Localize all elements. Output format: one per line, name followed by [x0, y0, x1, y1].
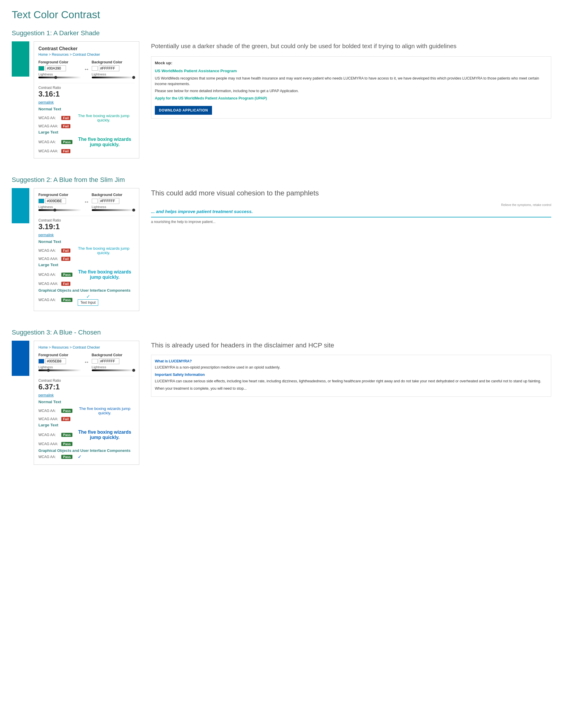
suggestion-3-section: Suggestion 3: A Blue - Chosen Home > Res…: [12, 329, 551, 465]
s3-checkmark: ✓: [78, 454, 82, 460]
s3-normal-aaa-row: WCAG AAA: Fail: [38, 417, 135, 421]
s2-normal-aaa-badge: Fail: [61, 257, 70, 261]
ratio-value: 3.16:1: [38, 90, 135, 98]
disclaimer-body1: LUCEMYRA is a non-opioid prescription me…: [155, 365, 547, 370]
s2-fg-input-row: [38, 198, 81, 204]
bg-slider[interactable]: [92, 77, 135, 78]
s2-ratio-section: Contrast Ratio 3.19:1: [38, 216, 135, 231]
s2-ratio-value: 3.19:1: [38, 222, 135, 231]
s2-bg-swatch: [92, 199, 98, 203]
s3-large-aa-lbl: WCAG AA:: [38, 433, 59, 437]
s2-swap-arrow[interactable]: ↔: [84, 193, 89, 205]
foreground-block: Foreground Color Lightness: [38, 60, 81, 80]
s2-normal-aa-lbl: WCAG AA:: [38, 249, 59, 253]
s3-permalink[interactable]: permalink: [38, 393, 135, 397]
fg-swatch: [38, 66, 44, 71]
s3-large-heading: Large Text: [38, 423, 135, 427]
s3-bg-swatch: [92, 359, 98, 364]
breadcrumb-resources[interactable]: Resources: [52, 53, 69, 57]
s3-bg-lightness: Lightness: [92, 365, 135, 369]
large-sample: The five boxing wizards jump quickly.: [75, 136, 135, 148]
s3-ratio-label: Contrast Ratio: [38, 379, 135, 383]
s3-large-aa-row: WCAG AA: Pass The five boxing wizards ju…: [38, 428, 135, 441]
suggestion-3-title: Suggestion 3: A Blue - Chosen: [12, 329, 551, 336]
ratio-label: Contrast Ratio: [38, 86, 135, 90]
s2-fg-lightness: Lightness: [38, 205, 81, 209]
s3-colors-row: Foreground Color Lightness ↔ Background …: [38, 353, 135, 373]
s2-normal-sample: The five boxing wizards jump quickly.: [73, 245, 135, 256]
background-block: Background Color Lightness: [92, 60, 135, 80]
s2-large-aa-badge: Pass: [61, 273, 72, 277]
s3-normal-aa-row: WCAG AA: Pass The five boxing wizards ju…: [38, 405, 135, 416]
fg-slider[interactable]: [38, 77, 81, 78]
large-aaa-badge: Fail: [61, 149, 70, 153]
fg-slider-thumb: [54, 76, 57, 79]
s2-normal-aa-badge: Fail: [61, 249, 70, 253]
s2-large-aaa-lbl: WCAG AAA:: [38, 282, 59, 286]
s2-graphical-demo: ✓ Text Input: [78, 294, 98, 306]
normal-text-heading: Normal Text: [38, 107, 135, 111]
s2-bg-thumb: [132, 209, 135, 212]
s2-checkmark: ✓: [86, 294, 90, 299]
suggestion-1-left: Contrast Checker Home > Resources > Cont…: [12, 41, 139, 158]
s3-breadcrumb-home[interactable]: Home: [38, 345, 48, 349]
suggestion-2-right: This could add more visual cohesion to t…: [151, 188, 551, 224]
s3-large-aaa-lbl: WCAG AAA:: [38, 442, 59, 446]
s2-large-aa-lbl: WCAG AA:: [38, 273, 59, 277]
bg-input[interactable]: [99, 65, 119, 71]
s2-fg-input[interactable]: [45, 198, 66, 204]
suggestion-3-disclaimer: What is LUCEMYRA? LUCEMYRA is a non-opio…: [151, 355, 551, 397]
s2-fg-slider[interactable]: [38, 209, 81, 211]
bg-slider-thumb: [132, 76, 135, 79]
s2-bg-block: Background Color Lightness: [92, 193, 135, 213]
s2-fg-swatch: [38, 199, 44, 203]
s3-bg-input[interactable]: [99, 358, 119, 364]
s3-large-aaa-row: WCAG AAA: Pass: [38, 442, 135, 446]
normal-wcag-aaa-row: WCAG AAA: Fail: [38, 124, 135, 128]
s2-graphical-aa-badge: Pass: [61, 298, 72, 302]
s2-bg-input[interactable]: [99, 198, 119, 204]
s3-normal-heading: Normal Text: [38, 400, 135, 404]
s3-breadcrumb: Home > Resources > Contrast Checker: [38, 345, 135, 349]
s3-normal-aaa-lbl: WCAG AAA:: [38, 417, 59, 421]
disclaimer-heading2: Important Safety Information: [155, 372, 547, 378]
mockup-link[interactable]: Apply for the US WorldMeds Patient Assis…: [155, 96, 547, 101]
s2-graphical-aa-row: WCAG AA: Pass ✓ Text Input: [38, 294, 135, 306]
s3-fg-swatch: [38, 359, 44, 364]
s2-fg-label: Foreground Color: [38, 193, 81, 197]
suggestion-2-title: Suggestion 2: A Blue from the Slim Jim: [12, 176, 551, 184]
permalink-link[interactable]: permalink: [38, 100, 135, 104]
normal-wcag-aa-row: WCAG AA: Fail The five boxing wizards ju…: [38, 112, 135, 124]
s2-permalink[interactable]: permalink: [38, 233, 135, 237]
fg-label: Foreground Color: [38, 60, 81, 64]
s3-fg-block: Foreground Color Lightness: [38, 353, 81, 373]
s2-text-input[interactable]: Text Input: [78, 299, 98, 306]
breadcrumb-home[interactable]: Home: [38, 53, 48, 57]
normal-aa-label: WCAG AA:: [38, 116, 59, 120]
s3-fg-lightness: Lightness: [38, 365, 81, 369]
suggestion-2-left: Foreground Color Lightness ↔ Background …: [12, 188, 139, 311]
bg-swatch: [92, 66, 98, 71]
large-aaa-label: WCAG AAA:: [38, 149, 59, 153]
s3-fg-slider[interactable]: [38, 369, 81, 371]
disclaimer-body2: LUCEMYRA can cause serious side effects,…: [155, 379, 547, 384]
s3-graphical-aa-row: WCAG AA: Pass ✓: [38, 454, 135, 460]
disclaimer-heading1: What is LUCEMYRA?: [155, 359, 547, 364]
s3-breadcrumb-resources[interactable]: Resources: [52, 345, 69, 349]
swap-arrow[interactable]: ↔: [84, 60, 89, 72]
mockup-para1: US WorldMeds recognizes that some people…: [155, 76, 547, 87]
s3-swap-arrow[interactable]: ↔: [84, 353, 89, 365]
large-text-heading: Large Text: [38, 130, 135, 134]
contrast-ratio-section: Contrast Ratio 3.16:1: [38, 83, 135, 98]
fg-input[interactable]: [45, 65, 66, 71]
s3-large-sample: The five boxing wizards jump quickly.: [75, 428, 135, 441]
s3-fg-input[interactable]: [45, 358, 66, 364]
normal-aaa-label: WCAG AAA:: [38, 124, 59, 128]
suggestion-3-checker: Home > Resources > Contrast Checker Fore…: [34, 341, 139, 465]
fg-input-row: [38, 65, 81, 71]
bg-label: Background Color: [92, 60, 135, 64]
disclaimer-body3: When your treatment is complete, you wil…: [155, 386, 547, 391]
s2-bg-slider[interactable]: [92, 209, 135, 211]
download-button[interactable]: DOWNLOAD APPLICATION: [155, 106, 212, 115]
s3-bg-slider[interactable]: [92, 369, 135, 371]
